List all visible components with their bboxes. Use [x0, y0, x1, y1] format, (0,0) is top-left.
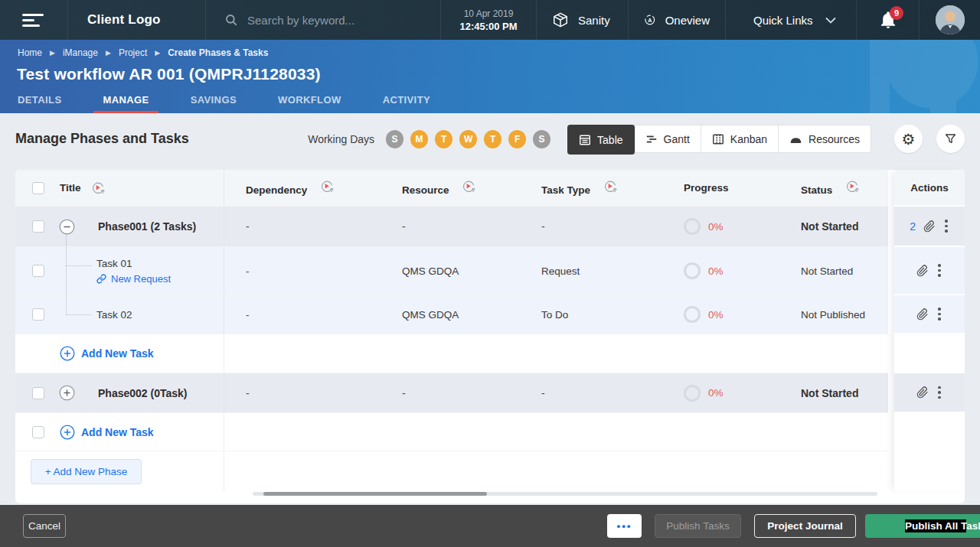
action-footer: Cancel ••• Publish Tasks Project Journal… — [0, 505, 980, 547]
user-avatar[interactable] — [936, 5, 965, 34]
kanban-view-icon — [712, 133, 724, 145]
row-checkbox[interactable] — [32, 265, 44, 277]
task-row: Task 01 New Request - QMS GDQA Request 0… — [15, 247, 888, 295]
phase-row: Phase002 (0Task) - - - 0% Not Started — [15, 373, 888, 413]
status-value: Not Started — [801, 265, 853, 277]
attachment-count-link[interactable]: 2 — [910, 220, 916, 233]
actions-column: Actions 2 — [894, 170, 965, 491]
working-days-selector: S M T W T F S — [386, 130, 550, 148]
view-button-label: Resources — [808, 133, 860, 145]
task-type-help-play-icon[interactable]: ? — [603, 180, 617, 194]
link-icon — [96, 274, 106, 284]
add-new-phase-button[interactable]: + Add New Phase — [31, 459, 142, 484]
day-badge-thursday[interactable]: T — [484, 130, 501, 148]
actions-cell-phase1: 2 — [894, 207, 965, 247]
dependency-value: - — [246, 220, 250, 233]
status-help-play-icon[interactable]: ? — [845, 180, 859, 194]
paperclip-icon[interactable] — [916, 265, 929, 277]
dependency-help-play-icon[interactable]: ? — [320, 180, 334, 194]
row-checkbox[interactable] — [32, 308, 44, 321]
day-badge-wednesday[interactable]: W — [459, 130, 477, 148]
add-new-task-button[interactable]: Add New Task — [81, 426, 154, 438]
hamburger-menu-icon[interactable] — [22, 11, 45, 30]
view-button-kanban[interactable]: Kanban — [701, 125, 779, 152]
client-logo[interactable]: Client Logo — [67, 0, 205, 40]
svg-text:?: ? — [612, 187, 616, 194]
resource-value: QMS GDQA — [402, 309, 459, 321]
day-badge-monday[interactable]: M — [410, 130, 428, 148]
breadcrumb-imanage[interactable]: iManage — [63, 47, 98, 58]
breadcrumb-separator-icon: ▶ — [106, 49, 111, 57]
notifications-button[interactable]: 9 — [856, 0, 919, 40]
horizontal-scrollbar-thumb[interactable] — [263, 492, 487, 496]
progress-ring — [684, 262, 701, 279]
breadcrumb-current: Create Phases & Tasks — [168, 47, 268, 58]
task-title[interactable]: Task 02 — [96, 309, 132, 321]
day-badge-saturday[interactable]: S — [533, 130, 550, 148]
publish-all-tasks-button[interactable]: Publish All Tasks — [865, 514, 980, 538]
kebab-menu-icon[interactable] — [936, 385, 942, 401]
day-badge-friday[interactable]: F — [508, 130, 526, 148]
tab-savings[interactable]: SAVINGS — [181, 88, 246, 113]
nav-item-sanity[interactable]: Sanity — [536, 0, 628, 40]
kebab-menu-icon[interactable] — [936, 306, 942, 322]
view-button-table[interactable]: Table — [567, 125, 635, 155]
progress-ring — [684, 218, 701, 235]
search-bar[interactable] — [205, 0, 440, 40]
status-value: Not Published — [801, 309, 865, 321]
section-heading: Manage Phases and Tasks — [15, 131, 189, 147]
nav-item-oneview[interactable]: A Oneview — [628, 0, 725, 40]
tab-manage[interactable]: MANAGE — [93, 88, 158, 113]
gear-icon: ⚙ — [902, 132, 916, 147]
view-button-label: Kanban — [730, 133, 767, 145]
task-title[interactable]: Task 01 — [96, 258, 171, 269]
filter-button[interactable] — [936, 125, 965, 153]
paperclip-icon[interactable] — [923, 220, 936, 233]
actions-cell-empty — [894, 334, 965, 373]
breadcrumb-home[interactable]: Home — [18, 47, 42, 58]
day-badge-tuesday[interactable]: T — [435, 130, 452, 148]
kebab-menu-icon[interactable] — [936, 262, 942, 278]
horizontal-scrollbar-track[interactable] — [253, 492, 877, 496]
row-checkbox[interactable] — [32, 220, 44, 233]
column-header-actions: Actions — [894, 170, 965, 207]
select-all-checkbox[interactable] — [32, 182, 44, 194]
quick-links-dropdown[interactable]: Quick Links — [725, 0, 856, 40]
phase-title[interactable]: Phase001 (2 Tasks) — [98, 220, 196, 233]
add-task-plus-icon[interactable] — [60, 346, 75, 361]
quick-links-label: Quick Links — [753, 14, 813, 27]
add-new-task-button[interactable]: Add New Task — [81, 347, 154, 360]
view-button-resources[interactable]: Resources — [779, 125, 871, 152]
phases-tasks-table: Title ? Dependency ? Resource ? — [15, 170, 965, 503]
tab-details[interactable]: DETAILS — [8, 88, 70, 113]
settings-button[interactable]: ⚙ — [894, 125, 923, 153]
kebab-menu-icon[interactable] — [943, 218, 949, 234]
status-value: Not Started — [801, 387, 858, 399]
publish-tasks-button[interactable]: Publish Tasks — [655, 514, 741, 538]
column-header-resource: Resource — [402, 184, 449, 196]
table-header-row: Title ? Dependency ? Resource ? — [15, 170, 888, 207]
title-help-play-icon[interactable]: ? — [91, 181, 105, 195]
task-request-link[interactable]: New Request — [96, 273, 171, 285]
phase-title[interactable]: Phase002 (0Task) — [98, 387, 187, 399]
resource-help-play-icon[interactable]: ? — [462, 180, 475, 194]
project-journal-button[interactable]: Project Journal — [754, 514, 856, 538]
paperclip-icon[interactable] — [916, 386, 929, 399]
row-checkbox[interactable] — [32, 426, 44, 438]
add-task-plus-icon[interactable] — [60, 425, 75, 440]
progress-ring — [684, 385, 701, 402]
search-input[interactable] — [247, 14, 416, 27]
paperclip-icon[interactable] — [916, 308, 929, 321]
status-value: Not Started — [801, 220, 858, 233]
day-badge-sunday[interactable]: S — [386, 130, 403, 148]
tab-activity[interactable]: ACTIVITY — [374, 88, 439, 113]
breadcrumb-project[interactable]: Project — [119, 47, 147, 58]
row-checkbox[interactable] — [32, 387, 44, 399]
more-options-button[interactable]: ••• — [607, 514, 642, 538]
tree-connector — [66, 295, 67, 314]
view-button-gantt[interactable]: Gantt — [635, 125, 701, 152]
tab-workflow[interactable]: WORKFLOW — [269, 88, 351, 113]
cancel-button[interactable]: Cancel — [23, 514, 66, 538]
expand-phase-icon[interactable] — [59, 385, 75, 401]
collapse-phase-icon[interactable] — [59, 219, 75, 235]
